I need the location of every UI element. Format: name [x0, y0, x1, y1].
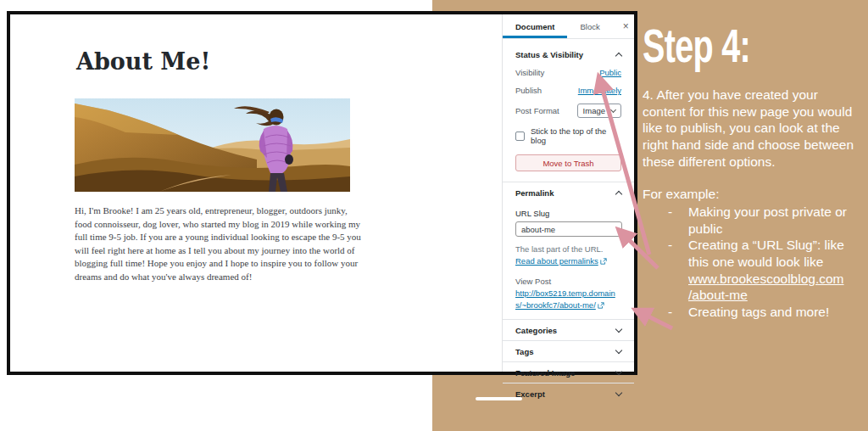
bullet-tags: - Creating tags and more! [643, 304, 863, 321]
chevron-down-icon [615, 346, 622, 353]
permalink-help-text: The last part of the URL. Read about per… [515, 243, 621, 269]
chevron-down-icon [615, 367, 622, 374]
move-to-trash-button[interactable]: Move to Trash [515, 154, 621, 171]
post-format-label: Post Format [515, 106, 559, 115]
stick-to-top-checkbox[interactable] [515, 132, 525, 141]
chevron-down-icon [610, 106, 616, 112]
post-format-select[interactable]: Image [577, 104, 621, 118]
bullet-text: Creating tags and more! [688, 304, 863, 321]
bullet-text: Making your post private or public [688, 204, 863, 237]
chevron-down-icon [615, 325, 622, 332]
visibility-public-link[interactable]: Public [599, 68, 621, 77]
url-slug-input[interactable] [515, 221, 622, 237]
featured-image-title: Featured Image [515, 368, 575, 378]
example-blog-url-line2: /about-me [688, 288, 748, 302]
visibility-row: Visibility Public [515, 68, 621, 77]
example-bullet-list: - Making your post private or public - C… [643, 204, 863, 321]
chevron-down-icon [615, 389, 622, 395]
section-tags[interactable]: Tags [503, 340, 634, 361]
view-post-url-row: http://box5219.temp.domains/~brookfc7/ab… [515, 288, 621, 313]
close-sidebar-icon[interactable]: × [613, 14, 639, 38]
section-featured-image[interactable]: Featured Image [503, 361, 634, 383]
bullet-text-part: Creating a “URL Slug”: like this one wou… [688, 238, 844, 269]
permalink-help-prefix: The last part of the URL. [515, 244, 604, 254]
bullet-dash: - [668, 237, 688, 304]
for-example-label: For example: [643, 186, 863, 203]
publish-label: Publish [515, 86, 542, 95]
page-title: About Me! [76, 48, 210, 75]
view-post-label: View Post [515, 277, 621, 286]
stick-to-top-label: Stick to the top of the blog [531, 126, 621, 145]
read-about-permalinks-link[interactable]: Read about permalinks [515, 256, 598, 266]
hero-image-hiking-woman [75, 98, 350, 192]
step-instructions: Step 4: 4. After you have created your c… [643, 19, 863, 321]
tags-title: Tags [515, 347, 533, 356]
bullet-dash: - [668, 204, 688, 237]
permalink-title: Permalink [515, 188, 554, 198]
publish-row: Publish Immediately [515, 86, 621, 95]
post-format-row: Post Format Image [515, 104, 621, 118]
post-format-value: Image [583, 106, 605, 115]
status-visibility-header[interactable]: Status & Visibility [503, 44, 634, 65]
permalink-header[interactable]: Permalink [503, 182, 634, 204]
step-intro-text: 4. After you have created your content f… [643, 87, 863, 170]
external-link-icon [598, 300, 604, 312]
step-title: Step 4: [643, 19, 801, 75]
tab-document[interactable]: Document [503, 14, 567, 38]
wordpress-editor-window: About Me! H [7, 11, 637, 375]
chevron-up-icon [615, 191, 622, 198]
bullet-private-public: - Making your post private or public [643, 204, 863, 237]
stick-to-top-row: Stick to the top of the blog [515, 126, 621, 145]
status-visibility-title: Status & Visibility [515, 50, 583, 59]
example-blog-url-line1: www.brookescoolblog.com [688, 271, 844, 286]
slide-progress-dash [476, 397, 522, 400]
section-categories[interactable]: Categories [503, 319, 634, 340]
page-body-text: Hi, I'm Brooke! I am 25 years old, entre… [75, 204, 363, 283]
external-link-icon [600, 256, 607, 268]
bullet-url-slug: - Creating a “URL Slug”: like this one w… [643, 237, 863, 304]
tab-block[interactable]: Block [567, 14, 612, 38]
section-excerpt[interactable]: Excerpt [503, 383, 634, 404]
bullet-dash: - [668, 304, 688, 321]
visibility-label: Visibility [515, 68, 544, 77]
sidebar-tabs: Document Block × [503, 14, 634, 39]
categories-title: Categories [515, 326, 557, 335]
chevron-up-icon [615, 53, 622, 59]
bullet-text: Creating a “URL Slug”: like this one wou… [688, 237, 863, 304]
settings-sidebar: Document Block × Status & Visibility Vis… [502, 14, 634, 372]
publish-immediately-link[interactable]: Immediately [578, 86, 621, 95]
url-slug-label: URL Slug [515, 209, 621, 218]
